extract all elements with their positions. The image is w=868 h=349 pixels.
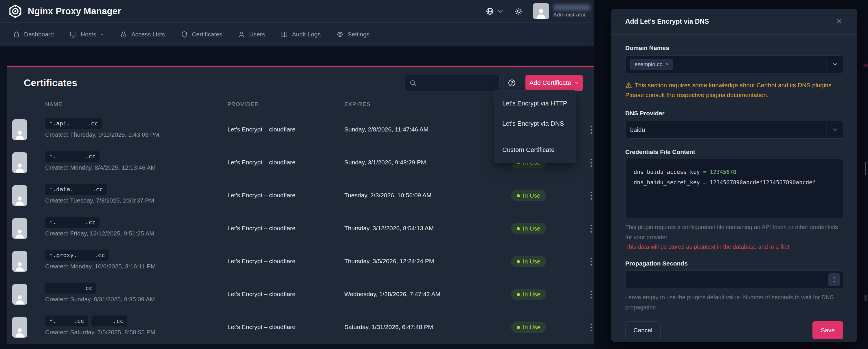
chevron-down-icon: [574, 81, 579, 85]
domain-tag-label: esempio.cc: [634, 61, 662, 68]
nav-item-users[interactable]: Users: [238, 31, 265, 38]
status-badge: In Use: [511, 289, 546, 300]
brand: Nginx Proxy Manager: [8, 4, 121, 19]
npm-logo-icon: [8, 4, 23, 19]
column-header-expires: EXPIRES: [344, 101, 371, 107]
nav-item-label: Settings: [347, 31, 370, 38]
certificate-provider: Let's Encrypt – cloudflare: [227, 225, 296, 232]
save-button[interactable]: Save: [812, 321, 843, 339]
certificate-expires: Wednesday, 1/28/2026, 7:47:42 AM: [344, 291, 440, 298]
nav-item-icon: [281, 31, 288, 38]
certificate-avatar: [12, 218, 27, 239]
certificate-created: Created: Thursday, 9/11/2025, 1:43:03 PM: [45, 131, 159, 138]
globe-icon: [486, 7, 494, 15]
warning-icon: [625, 81, 632, 89]
search-box[interactable]: [404, 75, 500, 91]
status-badge: In Use: [511, 256, 546, 267]
menu-item[interactable]: Custom Certificate: [495, 140, 575, 160]
nav-item-access-lists[interactable]: Access Lists: [120, 31, 165, 38]
domain-pill: .cc: [91, 315, 127, 326]
scrollbar-thumb[interactable]: [865, 162, 866, 175]
menu-item[interactable]: Let's Encrypt via HTTP: [495, 93, 575, 113]
theme-toggle-button[interactable]: [515, 7, 523, 15]
person-icon: [14, 195, 26, 206]
certificate-provider: Let's Encrypt – cloudflare: [227, 159, 296, 166]
question-icon: [507, 78, 516, 87]
status-dot-icon: [517, 194, 520, 197]
user-name-redacted: [553, 5, 590, 10]
help-button[interactable]: [503, 75, 520, 91]
propagation-input[interactable]: [625, 271, 843, 288]
redacted-text: [70, 120, 87, 126]
certificates-card: Certificates Add Certificate NAME PROVID…: [7, 67, 594, 344]
menu-item[interactable]: Let's Encrypt via DNS: [495, 113, 575, 134]
certificate-created: Created: Friday, 12/12/2025, 9:51:25 AM: [45, 230, 155, 237]
table-row: *.proxy..cc Created: Monday, 10/6/2025, …: [7, 245, 594, 278]
nav-item-dashboard[interactable]: Dashboard: [13, 31, 54, 38]
add-certificate-menu: Let's Encrypt via HTTP Let's Encrypt via…: [494, 90, 576, 163]
search-input[interactable]: [420, 80, 492, 86]
certificate-avatar: [12, 251, 27, 272]
language-button[interactable]: [486, 7, 505, 15]
person-icon: [14, 326, 26, 338]
add-certificate-button[interactable]: Add Certificate: [525, 75, 583, 91]
user-role: Administrator: [553, 11, 586, 18]
status-badge: In Use: [511, 321, 546, 333]
domain-names-input[interactable]: esempio.cc ×: [625, 56, 843, 73]
chevron-down-icon[interactable]: [832, 127, 838, 133]
redacted-text: [56, 153, 85, 159]
chevron-down-icon: [100, 32, 104, 37]
nav-item-hosts[interactable]: Hosts: [69, 31, 104, 38]
domain-pill: *.data..cc: [45, 184, 107, 195]
nav-item-label: Audit Logs: [292, 31, 320, 38]
certificate-created: Created: Monday, 10/6/2025, 3:16:11 PM: [45, 263, 156, 270]
person-icon: [14, 129, 26, 140]
plaintext-warning-text: This data will be stored as plaintext in…: [625, 244, 843, 250]
add-dns-certificate-modal: Add Let's Encrypt via DNS Domain Names e…: [611, 9, 857, 342]
chevron-down-icon: [832, 280, 836, 283]
user-menu[interactable]: Administrator: [533, 3, 590, 20]
person-icon: [14, 162, 26, 173]
redacted-text: [56, 318, 73, 324]
dns-provider-select[interactable]: baidu: [625, 121, 843, 139]
certificate-domains: *.data..cc: [45, 184, 107, 195]
chevron-up-icon: [832, 276, 836, 279]
close-icon: [836, 18, 843, 25]
redacted-text: [56, 219, 85, 225]
certbot-warning-text: This section requires some knowledge abo…: [625, 80, 843, 100]
status-dot-icon: [517, 293, 520, 296]
propagation-field: [625, 271, 843, 288]
nav-item-certificates[interactable]: Certificates: [181, 31, 222, 38]
status-label: In Use: [523, 192, 540, 199]
certificate-avatar: [12, 119, 27, 140]
chevron-down-icon[interactable]: [832, 61, 838, 68]
nav-item-icon: [69, 31, 77, 38]
certificate-expires: Saturday, 1/31/2026, 6:47:48 PM: [344, 323, 433, 330]
nav-item-audit-logs[interactable]: Audit Logs: [281, 31, 320, 38]
nav-item-settings[interactable]: Settings: [336, 31, 370, 38]
table-row: *..cc.cc Created: Saturday, 7/5/2025, 8:…: [7, 311, 594, 344]
modal-close-button[interactable]: [836, 18, 843, 26]
credentials-textarea[interactable]: dns_baidu_access_key = 12345678dns_baidu…: [625, 159, 843, 218]
domain-pill: *.api..cc: [45, 118, 102, 129]
modal-backdrop: Add Let's Encrypt via DNS Domain Names e…: [594, 0, 868, 349]
certificate-domains: *..cc: [45, 151, 99, 162]
certificate-domains: *.api..cc: [45, 118, 102, 129]
status-badge: In Use: [511, 190, 546, 201]
status-badge: In Use: [511, 223, 546, 234]
text-caret: [827, 125, 827, 135]
nav-item-icon: [120, 31, 127, 38]
certificate-expires: Thursday, 3/12/2026, 8:54:13 AM: [344, 225, 434, 232]
cancel-button[interactable]: Cancel: [625, 321, 660, 339]
number-spinner[interactable]: [828, 273, 840, 286]
chevron-down-icon: [496, 7, 505, 15]
certificate-created: Created: Tuesday, 7/8/2025, 2:30:37 PM: [45, 197, 154, 204]
certificate-provider: Let's Encrypt – cloudflare: [227, 192, 296, 199]
remove-domain-icon[interactable]: ×: [666, 62, 669, 67]
certificate-expires: Tuesday, 2/3/2026, 10:56:09 AM: [344, 192, 431, 199]
sun-icon: [515, 7, 523, 15]
domain-names-label: Domain Names: [625, 44, 843, 51]
status-dot-icon: [517, 260, 520, 263]
credentials-help-text: This plugin requires a configuration fil…: [625, 222, 843, 242]
domain-tag: esempio.cc ×: [630, 59, 673, 70]
